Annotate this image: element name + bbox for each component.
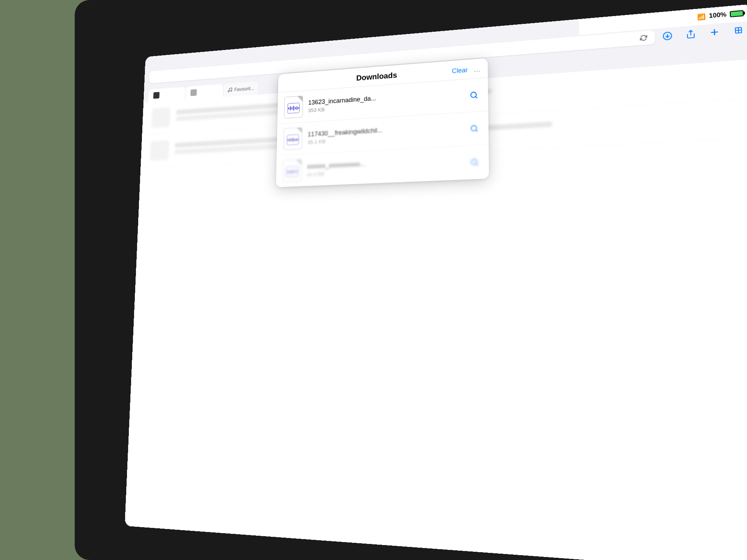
refresh-button[interactable] (637, 31, 650, 44)
search-button-3[interactable] (468, 155, 481, 169)
search-button-2[interactable] (468, 122, 481, 136)
file-info-2: 117430__freakingwildchil... 35.1 KB (307, 122, 462, 145)
screen: 📶 100% (125, 4, 747, 560)
downloads-more-button[interactable]: ... (474, 64, 480, 74)
svg-line-12 (475, 96, 477, 98)
download-button[interactable] (660, 29, 675, 43)
svg-point-9 (228, 91, 229, 92)
svg-line-4 (712, 32, 717, 32)
file-icon-2 (283, 127, 303, 150)
battery-icon (730, 10, 744, 17)
new-tab-button[interactable] (707, 25, 723, 40)
downloads-clear-button[interactable]: Clear (452, 66, 468, 75)
file-info-1: 13623_incarnadine_da... 353 KB (308, 89, 462, 113)
tab-favicon-1 (153, 92, 159, 99)
audio-wave-3 (286, 169, 298, 175)
svg-line-14 (476, 130, 477, 131)
search-button-1[interactable] (467, 88, 481, 102)
file-icon-3 (283, 159, 302, 182)
favourites-tab-label: Favourit... (234, 85, 254, 92)
audio-file-icon-1 (288, 103, 300, 113)
svg-point-10 (230, 90, 232, 91)
file-info-3: xxxxxx_xxxxxxxxxx... xx.x KB (307, 155, 462, 177)
svg-rect-8 (738, 30, 741, 33)
svg-line-2 (691, 30, 691, 35)
file-icon-1 (284, 96, 303, 118)
tab-favicon-2 (190, 89, 197, 96)
downloads-panel: Downloads Clear ... (276, 58, 489, 187)
tablet-frame: 📶 100% (75, 0, 747, 560)
wifi-icon: 📶 (697, 13, 706, 21)
audio-file-icon-2 (287, 134, 299, 145)
battery-percentage: 100% (709, 11, 726, 19)
svg-line-16 (476, 164, 478, 165)
battery-fill (731, 11, 743, 16)
tabs-overview-button[interactable] (730, 23, 746, 38)
audio-wave-2 (287, 137, 298, 143)
audio-file-icon-3 (286, 166, 298, 177)
share-button[interactable] (683, 27, 699, 41)
audio-wave-1 (288, 105, 299, 111)
